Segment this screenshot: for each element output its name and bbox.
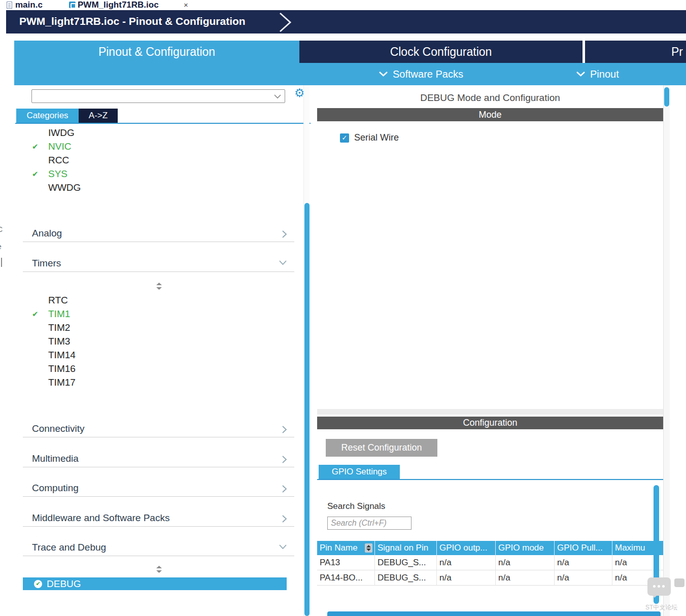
table-cell[interactable]: n/a <box>496 570 555 586</box>
cubemx-window: main.c PWM_light71RB.ioc × PWM_light71RB… <box>0 0 686 616</box>
scrollbar-thumb[interactable] <box>664 87 669 107</box>
column-header-gpio-mode[interactable]: GPIO mode <box>496 541 555 555</box>
tab-label: Pinout & Configuration <box>98 45 215 59</box>
panel-heading: DEBUG Mode and Configuration <box>317 92 663 104</box>
mode-section-header: Mode <box>317 108 663 121</box>
tab-label: Clock Configuration <box>390 45 492 59</box>
tab-clock-configuration[interactable]: Clock Configuration <box>299 41 582 63</box>
list-scroll-spinner[interactable] <box>149 565 169 575</box>
sidebar-item-tim17[interactable]: TIM17 <box>31 375 194 389</box>
software-packs-menu[interactable]: Software Packs <box>379 63 463 85</box>
column-header-pin-name[interactable]: Pin Name <box>317 541 375 555</box>
table-row-pa13[interactable]: PA13 DEBUG_S... n/a n/a n/a n/a <box>317 555 663 570</box>
table-cell[interactable]: n/a <box>437 555 496 570</box>
sidebar-item-debug[interactable]: ✔ DEBUG <box>23 577 287 590</box>
table-cell[interactable]: PA14-BO... <box>317 570 375 586</box>
tab-underline <box>15 123 311 124</box>
close-tab-icon[interactable]: × <box>184 1 188 9</box>
sidebar-item-tim2[interactable]: TIM2 <box>31 321 194 334</box>
sidebar-item-nvic[interactable]: ✔ NVIC <box>31 140 194 153</box>
category-connectivity[interactable]: Connectivity <box>23 423 294 437</box>
table-cell[interactable]: n/a <box>496 555 555 570</box>
view-title: PWM_light71RB.ioc - Pinout & Configurati… <box>19 15 246 27</box>
software-packs-label: Software Packs <box>393 69 463 80</box>
editor-tab-strip: main.c PWM_light71RB.ioc × <box>0 0 686 10</box>
sidebar-item-tim1[interactable]: ✔ TIM1 <box>31 307 194 321</box>
source-file-icon <box>7 2 12 9</box>
ioc-file-icon <box>69 2 76 8</box>
column-header-gpio-pull[interactable]: GPIO Pull... <box>555 541 612 555</box>
sub-toolbar: Software Packs Pinout <box>14 63 686 85</box>
sidebar-item-iwdg[interactable]: IWDG <box>31 126 194 140</box>
table-row-pa14[interactable]: PA14-BO... DEBUG_S... n/a n/a n/a n/a <box>317 570 663 586</box>
category-analog[interactable]: Analog <box>23 228 294 242</box>
chevron-down-icon <box>379 71 388 77</box>
chevron-right-icon <box>282 485 287 493</box>
breadcrumb-arrow-icon <box>278 12 293 33</box>
edge-fragment-bar <box>1 258 2 267</box>
chat-bubble-icon <box>647 577 671 596</box>
reset-configuration-button[interactable]: Reset Configuration <box>326 439 437 457</box>
table-cell[interactable]: DEBUG_S... <box>375 570 437 586</box>
clipped-side-rail: C e <box>0 223 6 274</box>
column-header-gpio-output[interactable]: GPIO outp... <box>437 541 496 555</box>
tab-project-manager[interactable]: Pr <box>585 41 686 63</box>
peripheral-search-input[interactable] <box>31 89 285 103</box>
column-header-signal-on-pin[interactable]: Signal on Pin <box>375 541 437 555</box>
tab-a-to-z[interactable]: A->Z <box>79 109 118 123</box>
category-middleware[interactable]: Middleware and Software Packs <box>23 512 294 527</box>
editor-tab-main-c[interactable]: main.c <box>15 0 43 10</box>
editor-tab-ioc[interactable]: PWM_light71RB.ioc <box>78 0 159 10</box>
dots-icon <box>653 585 656 588</box>
category-multimedia[interactable]: Multimedia <box>23 453 294 467</box>
panel-scrollbar[interactable] <box>663 85 670 616</box>
serial-wire-option[interactable]: ✓ Serial Wire <box>340 132 399 143</box>
pinout-label: Pinout <box>590 69 619 80</box>
sort-icon[interactable] <box>365 543 372 553</box>
chevron-down-icon <box>576 71 586 77</box>
category-computing[interactable]: Computing <box>23 483 294 497</box>
chevron-right-icon <box>282 425 287 434</box>
tab-pinout-configuration[interactable]: Pinout & Configuration <box>14 41 299 63</box>
chevron-down-icon <box>279 260 287 265</box>
table-cell[interactable]: DEBUG_S... <box>375 555 437 570</box>
combo-chevron-icon[interactable] <box>274 94 281 99</box>
sidebar-item-tim16[interactable]: TIM16 <box>31 362 194 375</box>
chevron-right-icon <box>282 455 287 464</box>
category-timers[interactable]: Timers <box>23 258 294 272</box>
signal-search-input[interactable] <box>327 517 411 530</box>
edge-fragment: e <box>0 243 2 251</box>
scrollbar-thumb[interactable] <box>304 203 310 616</box>
config-panel: DEBUG Mode and Configuration Mode ✓ Seri… <box>317 85 663 616</box>
serial-wire-label: Serial Wire <box>354 132 399 143</box>
sidebar-item-tim3[interactable]: TIM3 <box>31 334 194 348</box>
panel-splitter[interactable] <box>317 409 663 415</box>
chevron-right-icon <box>282 515 287 523</box>
chevron-right-icon <box>282 230 287 238</box>
sidebar-scrollbar[interactable] <box>303 85 310 616</box>
sidebar-item-sys[interactable]: ✔ SYS <box>31 167 194 181</box>
checkbox-checked-icon[interactable]: ✓ <box>340 133 349 143</box>
sidebar-item-tim14[interactable]: TIM14 <box>31 348 194 362</box>
table-cell[interactable]: n/a <box>437 570 496 586</box>
table-cell[interactable]: n/a <box>555 555 612 570</box>
up-down-arrows-icon <box>156 565 162 573</box>
search-signals-label: Search Signals <box>327 501 385 511</box>
table-cell[interactable]: n/a <box>555 570 612 586</box>
watermark-text: ST中文论坛 <box>645 603 686 612</box>
bottom-action-bar[interactable] <box>327 611 661 616</box>
sidebar-item-wwdg[interactable]: WWDG <box>31 181 194 194</box>
gpio-table: Pin Name Signal on Pin GPIO outp... GPIO… <box>317 541 663 586</box>
table-cell[interactable]: PA13 <box>317 555 375 570</box>
sidebar-item-rcc[interactable]: RCC <box>31 153 194 167</box>
sidebar-item-rtc[interactable]: RTC <box>31 293 194 307</box>
small-bubble-icon <box>674 578 684 587</box>
tab-label: Pr <box>671 45 683 59</box>
tab-categories[interactable]: Categories <box>16 109 79 123</box>
category-trace-and-debug[interactable]: Trace and Debug <box>23 542 294 556</box>
tab-underline <box>317 479 663 480</box>
peripherals-panel: ⚙ Categories A->Z IWDG ✔ NVIC RCC ✔ SYS … <box>14 85 311 616</box>
list-scroll-spinner[interactable] <box>149 282 169 292</box>
pinout-menu[interactable]: Pinout <box>576 63 619 85</box>
tab-gpio-settings[interactable]: GPIO Settings <box>319 465 400 479</box>
